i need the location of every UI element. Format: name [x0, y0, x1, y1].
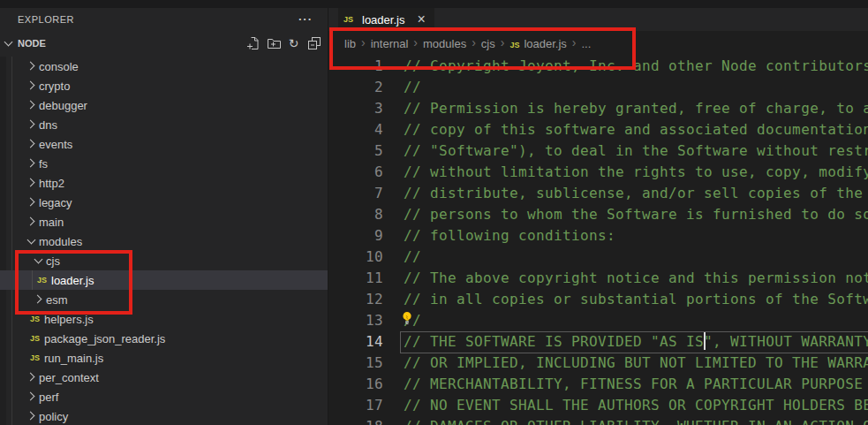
tree-item-main[interactable]: main: [0, 212, 328, 231]
breadcrumb-item-internal[interactable]: internal: [371, 37, 409, 50]
code-line-2[interactable]: 2//: [328, 77, 868, 98]
code-line-10[interactable]: 10//: [328, 247, 868, 268]
new-folder-icon[interactable]: [266, 36, 281, 51]
breadcrumb-separator-icon: ›: [501, 35, 505, 49]
code-line-15[interactable]: 15// OR IMPLIED, INCLUDING BUT NOT LIMIT…: [328, 353, 868, 374]
code-line-5[interactable]: 5// "Software"), to deal in the Software…: [328, 140, 868, 162]
line-number[interactable]: 1: [328, 56, 383, 77]
chevron-right-icon: [25, 98, 39, 112]
tree-item-dns[interactable]: dns: [0, 115, 328, 134]
line-number[interactable]: 15: [328, 353, 383, 374]
code-line-text[interactable]: // distribute, sublicense, and/or sell c…: [404, 183, 868, 204]
code-line-18[interactable]: 18// DAMAGES OR OTHER LIABILITY, WHETHER…: [328, 416, 868, 425]
line-number[interactable]: 17: [328, 395, 383, 416]
tree-item-run-main-js[interactable]: JSrun_main.js: [0, 348, 328, 368]
line-number[interactable]: 3: [328, 98, 383, 119]
tree-item-loader-js[interactable]: JSloader.js: [0, 270, 328, 290]
tree-item-package-json-reader-js[interactable]: JSpackage_json_reader.js: [0, 329, 328, 348]
breadcrumb-item-modules[interactable]: modules: [423, 37, 466, 50]
tree-item-esm[interactable]: esm: [0, 290, 328, 309]
line-number[interactable]: 5: [328, 140, 383, 162]
code-line-12[interactable]: 12// in all copies or substantial portio…: [328, 289, 868, 310]
code-line-9[interactable]: 9// following conditions:: [328, 225, 868, 247]
code-line-text[interactable]: // following conditions:: [404, 225, 615, 247]
code-line-17[interactable]: 17// NO EVENT SHALL THE AUTHORS OR COPYR…: [328, 395, 868, 416]
tree-item-helpers-js[interactable]: JShelpers.js: [0, 309, 328, 329]
code-editor[interactable]: 1// Copyright Joyent, Inc. and other Nod…: [328, 56, 868, 425]
tree-item-console[interactable]: console: [0, 57, 328, 76]
code-line-text[interactable]: // OR IMPLIED, INCLUDING BUT NOT LIMITED…: [404, 353, 868, 374]
code-line-14[interactable]: 14// THE SOFTWARE IS PROVIDED "AS IS", W…: [328, 331, 868, 353]
chevron-right-icon: [25, 409, 39, 423]
breadcrumb-item-lib[interactable]: lib: [344, 37, 356, 50]
breadcrumb-separator-icon: ›: [472, 35, 476, 49]
tree-item-crypto[interactable]: crypto: [0, 76, 328, 95]
code-line-text[interactable]: // Copyright Joyent, Inc. and other Node…: [404, 56, 868, 77]
text-cursor: [704, 332, 706, 350]
code-line-7[interactable]: 7// distribute, sublicense, and/or sell …: [328, 183, 868, 204]
tree-item-legacy[interactable]: legacy: [0, 193, 328, 212]
tree-item-fs[interactable]: fs: [0, 154, 328, 173]
code-line-4[interactable]: 4// copy of this software and associated…: [328, 119, 868, 140]
line-number[interactable]: 6: [328, 162, 383, 183]
line-number[interactable]: 4: [328, 119, 383, 140]
line-number[interactable]: 7: [328, 183, 383, 204]
line-number[interactable]: 16: [328, 374, 383, 395]
tab-close-icon[interactable]: ×: [417, 12, 425, 27]
tree-item-label: package_json_reader.js: [44, 332, 165, 345]
code-line-text[interactable]: // MERCHANTABILITY, FITNESS FOR A PARTIC…: [404, 374, 868, 395]
tree-item-label: loader.js: [51, 274, 94, 287]
code-line-8[interactable]: 8// persons to whom the Software is furn…: [328, 204, 868, 225]
tab-bar: JS loader.js ×: [328, 8, 868, 31]
tree-item-http2[interactable]: http2: [0, 173, 328, 193]
line-number[interactable]: 18: [328, 416, 383, 425]
window-top-strip: [0, 0, 868, 8]
chevron-right-icon: [25, 118, 39, 132]
tab-loader-js[interactable]: JS loader.js ×: [338, 8, 434, 31]
refresh-icon[interactable]: ↻: [286, 36, 301, 51]
code-line-text[interactable]: // The above copyright notice and this p…: [404, 268, 868, 289]
tree-item-cjs[interactable]: cjs: [0, 251, 328, 270]
breadcrumb-item--[interactable]: ...: [581, 37, 591, 50]
tree-item-modules[interactable]: modules: [0, 231, 328, 251]
breadcrumb-item-cjs[interactable]: cjs: [481, 37, 495, 50]
line-number[interactable]: 11: [328, 268, 383, 289]
sidebar-editor-divider[interactable]: [328, 0, 328, 425]
node-section-header[interactable]: NODE ↻: [0, 32, 328, 55]
chevron-down-icon: [32, 254, 46, 268]
lightbulb-icon[interactable]: [400, 311, 414, 332]
code-line-text[interactable]: // NO EVENT SHALL THE AUTHORS OR COPYRIG…: [404, 395, 868, 416]
code-line-text[interactable]: // "Software"), to deal in the Software …: [404, 140, 868, 162]
line-number[interactable]: 2: [328, 77, 383, 98]
tree-item-debugger[interactable]: debugger: [0, 95, 328, 115]
code-line-text[interactable]: // DAMAGES OR OTHER LIABILITY, WHETHER I…: [404, 416, 868, 425]
breadcrumb-item-loader-js[interactable]: JSloader.js: [509, 37, 566, 50]
tree-item-perf[interactable]: perf: [0, 387, 328, 406]
tree-item-label: esm: [46, 293, 68, 307]
line-number[interactable]: 12: [328, 289, 383, 310]
collapse-all-icon[interactable]: [306, 36, 321, 51]
code-line-3[interactable]: 3// Permission is hereby granted, free o…: [328, 98, 868, 119]
tree-item-events[interactable]: events: [0, 134, 328, 154]
code-line-text[interactable]: // Permission is hereby granted, free of…: [404, 98, 868, 119]
line-number[interactable]: 8: [328, 204, 383, 225]
code-line-text[interactable]: // persons to whom the Software is furni…: [404, 204, 868, 225]
line-number[interactable]: 9: [328, 225, 383, 247]
code-line-16[interactable]: 16// MERCHANTABILITY, FITNESS FOR A PART…: [328, 374, 868, 395]
code-line-text[interactable]: //: [404, 77, 421, 98]
code-line-text[interactable]: // copy of this software and associated …: [404, 119, 868, 140]
code-line-text[interactable]: // without limitation the rights to use,…: [404, 162, 868, 183]
code-line-11[interactable]: 11// The above copyright notice and this…: [328, 268, 868, 289]
tree-item-policy[interactable]: policy: [0, 406, 328, 425]
code-line-1[interactable]: 1// Copyright Joyent, Inc. and other Nod…: [328, 56, 868, 77]
line-number[interactable]: 10: [328, 247, 383, 268]
code-line-6[interactable]: 6// without limitation the rights to use…: [328, 162, 868, 183]
line-number[interactable]: 13: [328, 310, 383, 331]
code-line-text[interactable]: // in all copies or substantial portions…: [404, 289, 868, 310]
explorer-more-actions-icon[interactable]: ···: [297, 15, 314, 24]
code-line-text[interactable]: // THE SOFTWARE IS PROVIDED "AS IS", WIT…: [404, 331, 868, 353]
tree-item-per-context[interactable]: per_context: [0, 368, 328, 387]
line-number[interactable]: 14: [328, 331, 383, 353]
new-file-icon[interactable]: [245, 36, 260, 51]
code-line-text[interactable]: //: [404, 247, 421, 268]
